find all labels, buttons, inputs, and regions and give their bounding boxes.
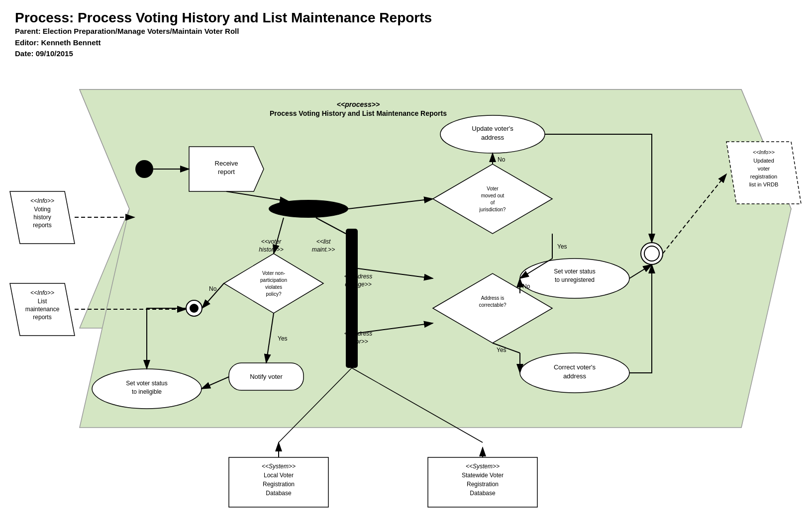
svg-text:history: history: [33, 214, 51, 221]
correct-address-node: Correct voter's address: [520, 353, 629, 393]
svg-text:to unregistered: to unregistered: [555, 276, 595, 283]
sync-bar-vertical: [346, 229, 358, 368]
parent-value: Election Preparation/Manage Voters/Maint…: [43, 27, 239, 35]
svg-text:jurisdiction?: jurisdiction?: [479, 207, 506, 212]
svg-text:<<address: <<address: [344, 273, 373, 280]
svg-text:Set voter status: Set voter status: [126, 380, 167, 387]
svg-text:Correct voter's: Correct voter's: [554, 363, 596, 371]
svg-text:policy?: policy?: [266, 291, 282, 297]
svg-text:correctable?: correctable?: [479, 302, 506, 308]
set-unregistered-node: Set voter status to unregistered: [520, 259, 629, 298]
svg-text:List: List: [38, 298, 47, 305]
svg-text:history>>: history>>: [259, 246, 283, 253]
svg-text:Statewide Voter: Statewide Voter: [462, 472, 504, 479]
update-address-node: Update voter's address: [440, 115, 545, 153]
svg-text:reports: reports: [33, 314, 51, 321]
info-list-maintenance: <<Info>> List maintenance reports: [10, 283, 75, 336]
svg-text:participation: participation: [260, 277, 287, 283]
set-ineligible-node: Set voter status to ineligible: [92, 369, 202, 409]
svg-text:<<Info>>: <<Info>>: [30, 289, 54, 296]
svg-text:moved out: moved out: [481, 193, 505, 198]
svg-text:No: No: [498, 156, 506, 163]
page-container: Process: Process Voting History and List…: [0, 0, 812, 525]
sync-bar-top: [269, 200, 348, 218]
svg-text:voter: voter: [758, 166, 770, 172]
svg-text:maintenance: maintenance: [25, 306, 60, 313]
svg-text:address: address: [481, 134, 505, 141]
svg-text:violates: violates: [265, 284, 282, 290]
svg-text:list in VRDB: list in VRDB: [749, 181, 779, 187]
svg-point-56: [190, 304, 199, 313]
svg-text:Update voter's: Update voter's: [472, 125, 513, 132]
svg-text:report: report: [218, 168, 235, 175]
system-statewide-db: <<System>> Statewide Voter Registration …: [428, 457, 537, 507]
svg-text:<<System>>: <<System>>: [262, 463, 296, 470]
svg-text:Registration: Registration: [263, 481, 295, 488]
svg-text:address: address: [563, 372, 587, 380]
info-voting-history: <<Info>> Voting history reports: [10, 191, 75, 244]
svg-text:<<process>>: <<process>>: [337, 100, 380, 108]
date-info: Date: 09/10/2015: [15, 48, 432, 60]
junction-circle-left: [186, 300, 202, 316]
svg-text:No: No: [209, 285, 217, 292]
svg-text:change>>: change>>: [345, 281, 371, 288]
svg-text:Database: Database: [266, 490, 292, 497]
svg-text:registration: registration: [750, 174, 777, 179]
svg-text:Updated: Updated: [753, 158, 774, 164]
editor-info: Editor: Kenneth Bennett: [15, 37, 432, 49]
svg-text:of: of: [491, 200, 495, 205]
info-updated-vrdb: <<Info>> Updated voter registration list…: [726, 142, 801, 204]
svg-text:Local Voter: Local Voter: [264, 472, 294, 479]
start-node: [135, 160, 153, 178]
svg-text:Yes: Yes: [557, 243, 567, 250]
svg-text:Yes: Yes: [278, 335, 288, 342]
editor-value: Kenneth Bennett: [41, 38, 101, 47]
svg-text:Address is: Address is: [481, 295, 505, 301]
svg-text:Process Voting History and Lis: Process Voting History and List Maintena…: [270, 109, 447, 117]
svg-text:maint.>>: maint.>>: [312, 246, 335, 253]
svg-text:Receive: Receive: [215, 160, 238, 167]
svg-text:<<list: <<list: [316, 238, 331, 245]
svg-text:Voter non-: Voter non-: [262, 270, 285, 276]
svg-text:Database: Database: [470, 490, 496, 497]
svg-point-54: [644, 246, 659, 261]
page-title: Process: Process Voting History and List…: [15, 10, 432, 26]
parent-label: Parent:: [15, 27, 41, 35]
notify-voter-node: Notify voter: [229, 363, 304, 390]
svg-text:<<System>>: <<System>>: [466, 463, 500, 470]
svg-text:Yes: Yes: [497, 347, 507, 353]
parent-info: Parent: Election Preparation/Manage Vote…: [15, 26, 432, 37]
svg-text:to ineligible: to ineligible: [132, 388, 162, 395]
svg-text:Voter: Voter: [487, 186, 499, 191]
svg-text:<<voter: <<voter: [261, 238, 282, 245]
merge-circle-right: [641, 243, 663, 264]
svg-text:Notify voter: Notify voter: [250, 373, 283, 380]
diagram-svg: <<Info>> Voting history reports <<Info>>…: [0, 65, 812, 522]
system-local-db: <<System>> Local Voter Registration Data…: [229, 457, 328, 507]
svg-text:<<address: <<address: [344, 330, 373, 337]
svg-text:Voting: Voting: [34, 206, 50, 213]
svg-text:<<Info>>: <<Info>>: [30, 197, 54, 204]
header: Process: Process Voting History and List…: [15, 10, 432, 60]
date-value: 09/10/2015: [36, 49, 73, 58]
svg-text:Set voter status: Set voter status: [554, 268, 595, 275]
svg-text:reports: reports: [33, 222, 51, 229]
receive-report-node: Receive report: [189, 147, 264, 191]
svg-text:Registration: Registration: [467, 481, 499, 488]
date-label: Date:: [15, 49, 34, 58]
editor-label: Editor:: [15, 38, 39, 47]
svg-text:error>>: error>>: [348, 338, 368, 345]
svg-text:<<Info>>: <<Info>>: [753, 149, 775, 155]
svg-text:No: No: [522, 283, 530, 290]
